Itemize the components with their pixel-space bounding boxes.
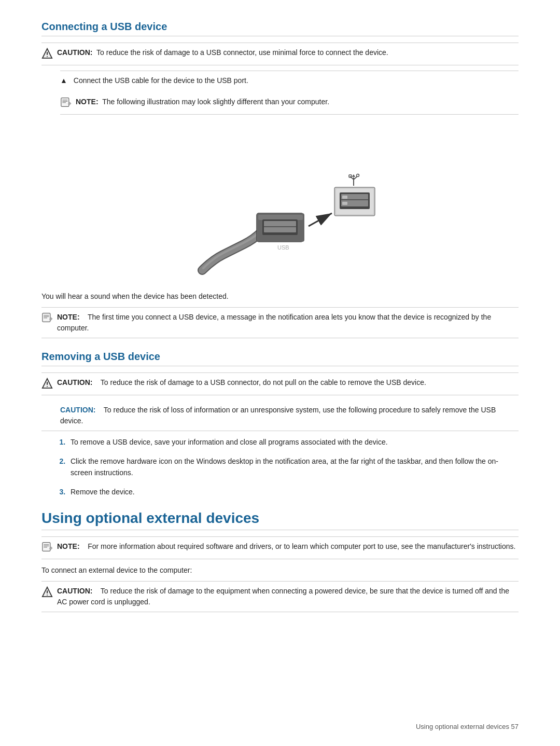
optional-heading-divider xyxy=(41,530,519,530)
connecting-caution-text: CAUTION: To reduce the risk of damage to… xyxy=(57,47,388,58)
optional-note-icon xyxy=(41,542,53,555)
svg-rect-19 xyxy=(341,199,368,200)
optional-caution-icon xyxy=(41,586,53,599)
first-time-note-icon xyxy=(41,312,53,325)
connect-note-block: NOTE: The following illustration may loo… xyxy=(60,92,519,115)
removing-caution1-text: CAUTION: To reduce the risk of damage to… xyxy=(57,377,426,388)
removing-caution1-block: CAUTION: To reduce the risk of damage to… xyxy=(41,372,519,395)
svg-rect-20 xyxy=(342,196,347,199)
usb-trident-symbol xyxy=(349,174,359,186)
removing-heading-divider xyxy=(41,366,519,366)
connecting-caution-block: CAUTION: To reduce the risk of damage to… xyxy=(41,43,519,65)
caution-triangle-icon xyxy=(41,48,53,61)
svg-rect-11 xyxy=(264,226,296,227)
optional-note-text: NOTE: For more information about require… xyxy=(57,541,515,552)
step-bullet-icon: ▲ xyxy=(60,76,67,85)
first-time-note-text: NOTE: The first time you connect a USB d… xyxy=(57,312,519,334)
page-footer: Using optional external devices 57 xyxy=(416,723,519,730)
removing-caution2-text: CAUTION: To reduce the risk of loss of i… xyxy=(60,405,519,426)
first-time-note-block: NOTE: The first time you connect a USB d… xyxy=(41,307,519,338)
removing-step-3: Remove the device. xyxy=(67,486,519,498)
connecting-steps-indent: ▲ Connect the USB cable for the device t… xyxy=(60,71,519,115)
svg-marker-27 xyxy=(352,174,355,177)
svg-point-33 xyxy=(47,386,48,387)
connecting-usb-section: Connecting a USB device CAUTION: To redu… xyxy=(41,21,519,338)
optional-intro-text: To connect an external device to the com… xyxy=(41,564,519,576)
usb-detected-text: You will hear a sound when the device ha… xyxy=(41,291,519,302)
removing-step-2: Click the remove hardware icon on the Wi… xyxy=(67,455,519,479)
removing-usb-section: Removing a USB device CAUTION: To reduce… xyxy=(41,351,519,498)
svg-rect-21 xyxy=(342,202,347,205)
caution-label: CAUTION: xyxy=(57,48,92,57)
svg-point-39 xyxy=(47,595,48,596)
svg-rect-28 xyxy=(43,313,50,322)
footer-text: Using optional external devices 57 xyxy=(416,723,519,730)
removing-caution2-block: CAUTION: To reduce the risk of loss of i… xyxy=(41,400,519,431)
removing-step-1: To remove a USB device, save your inform… xyxy=(67,436,519,448)
connect-step-text: Connect the USB cable for the device to … xyxy=(74,75,248,86)
usb-svg-image: USB xyxy=(171,125,389,281)
heading-divider xyxy=(41,36,519,36)
connecting-usb-heading: Connecting a USB device xyxy=(41,21,519,33)
svg-rect-34 xyxy=(43,543,50,551)
usb-illustration: USB xyxy=(41,125,519,282)
using-optional-section: Using optional external devices NOTE: Fo… xyxy=(41,510,519,612)
removing-caution1-icon xyxy=(41,378,53,391)
removing-usb-heading: Removing a USB device xyxy=(41,351,519,363)
connect-note-text: NOTE: The following illustration may loo… xyxy=(76,96,329,107)
svg-rect-8 xyxy=(258,215,303,220)
svg-text:USB: USB xyxy=(277,244,289,251)
connect-step-block: ▲ Connect the USB cable for the device t… xyxy=(60,71,519,90)
optional-note-block: NOTE: For more information about require… xyxy=(41,536,519,559)
using-optional-heading: Using optional external devices xyxy=(41,510,519,527)
svg-point-1 xyxy=(47,56,48,57)
optional-caution-block: CAUTION: To reduce the risk of damage to… xyxy=(41,581,519,612)
svg-rect-2 xyxy=(61,98,69,107)
removing-steps-list: To remove a USB device, save your inform… xyxy=(57,436,519,498)
svg-line-14 xyxy=(309,213,332,226)
svg-point-26 xyxy=(357,174,359,177)
optional-caution-text: CAUTION: To reduce the risk of damage to… xyxy=(57,586,519,607)
note-icon xyxy=(60,97,72,110)
